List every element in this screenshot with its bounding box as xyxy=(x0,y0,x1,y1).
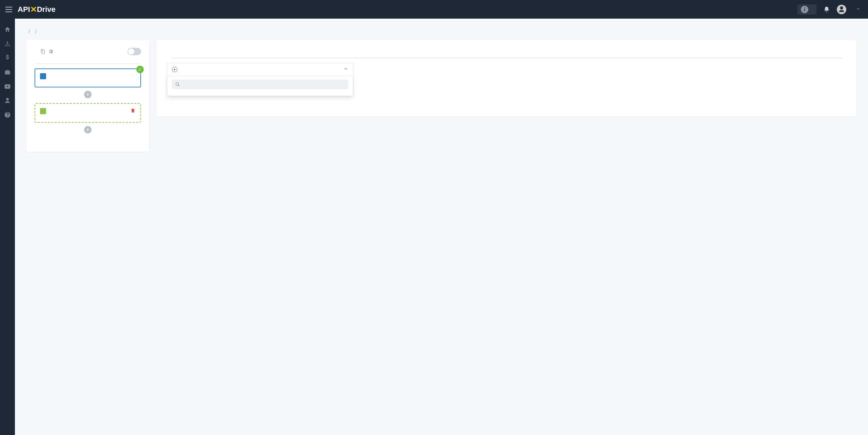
chevron-up-icon xyxy=(343,66,348,72)
nav-briefcase[interactable] xyxy=(0,65,15,79)
source-step-number xyxy=(40,73,46,79)
nav-account[interactable] xyxy=(0,94,15,107)
nav-youtube[interactable] xyxy=(0,80,15,93)
check-icon: ✓ xyxy=(136,66,144,73)
menu-toggle[interactable] xyxy=(5,5,13,14)
copy-icon[interactable] xyxy=(40,49,45,54)
data-destination-card[interactable] xyxy=(35,103,141,123)
nav-help[interactable] xyxy=(0,108,15,122)
connection-panel: ✓ + + xyxy=(26,40,149,152)
play-icon xyxy=(172,67,177,72)
nav-home[interactable] xyxy=(0,23,15,36)
topbar: API✕Drive i xyxy=(0,0,868,19)
avatar xyxy=(837,5,846,14)
actions-counter[interactable]: i xyxy=(797,4,816,15)
connection-toggle[interactable] xyxy=(127,48,141,55)
gear-icon[interactable] xyxy=(48,49,54,54)
action-dropdown[interactable] xyxy=(167,63,353,96)
bell-icon[interactable] xyxy=(823,6,830,13)
connection-name xyxy=(35,60,141,64)
main: / / ✓ + xyxy=(15,19,868,435)
nav-connections[interactable] xyxy=(0,37,15,50)
info-icon: i xyxy=(801,6,808,13)
add-destination-button[interactable]: + xyxy=(84,126,92,133)
svg-point-0 xyxy=(176,83,179,85)
action-search[interactable] xyxy=(172,80,348,89)
action-search-input[interactable] xyxy=(183,82,345,87)
nav-billing[interactable] xyxy=(0,51,15,65)
settings-panel xyxy=(157,40,856,117)
svg-line-1 xyxy=(178,85,180,86)
dest-step-number xyxy=(40,108,46,114)
logo[interactable]: API✕Drive xyxy=(18,5,56,14)
sidebar xyxy=(0,19,15,435)
action-dropdown-header[interactable] xyxy=(167,63,353,76)
add-source-button[interactable]: + xyxy=(84,91,92,98)
user-menu[interactable] xyxy=(837,5,850,14)
breadcrumb: / / xyxy=(26,29,856,34)
action-dropdown-body xyxy=(167,76,353,96)
data-source-card[interactable]: ✓ xyxy=(35,68,141,87)
chevron-down-icon[interactable] xyxy=(853,6,863,13)
delete-destination-button[interactable] xyxy=(130,108,136,115)
